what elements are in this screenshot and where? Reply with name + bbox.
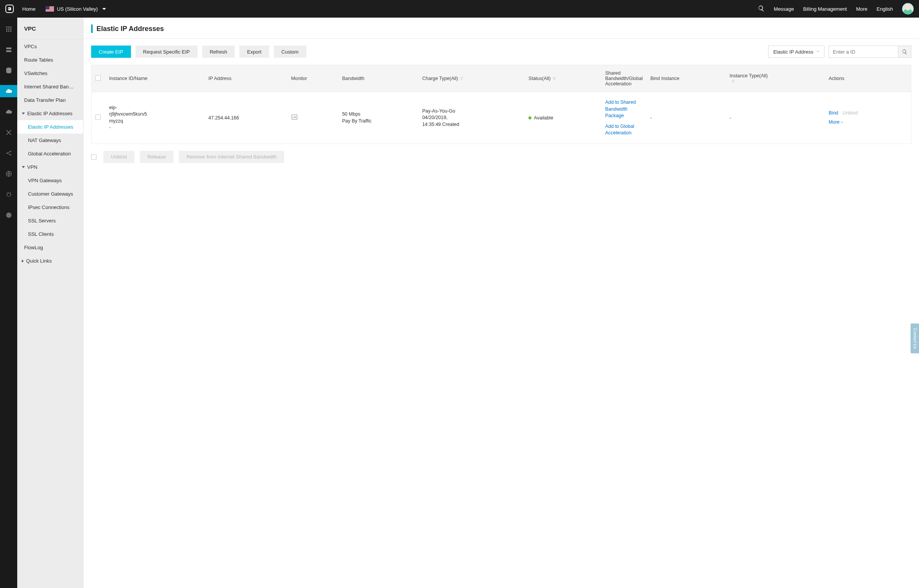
- cell-charge: Pay-As-You-Go 04/20/2019, 14:35:49 Creat…: [419, 92, 525, 144]
- sidebar-title: VPC: [17, 18, 83, 40]
- sidebar-item-ipsec[interactable]: IPsec Connections: [17, 201, 83, 214]
- filter-type-select[interactable]: Elastic IP Address: [768, 46, 824, 58]
- svg-point-2: [10, 154, 11, 155]
- filter-icon[interactable]: [551, 76, 556, 81]
- export-button[interactable]: Export: [239, 46, 269, 58]
- monitor-chart-icon[interactable]: [291, 116, 298, 122]
- cell-monitor[interactable]: [287, 92, 338, 144]
- rail-cross-icon[interactable]: [0, 126, 17, 139]
- table-header-row: Instance ID/Name IP Address Monitor Band…: [92, 65, 911, 92]
- rail-apps-icon[interactable]: [0, 23, 17, 35]
- add-ga-link[interactable]: Add to Global Acceleration: [605, 124, 634, 136]
- cell-shared: Add to Shared Bandwidth Package Add to G…: [601, 92, 646, 144]
- sidebar-item-eip[interactable]: Elastic IP Addresses: [17, 120, 83, 134]
- us-flag-icon: [46, 6, 54, 11]
- chevron-down-icon: [816, 49, 820, 55]
- rail-db-icon[interactable]: [0, 64, 17, 77]
- rail-globe-icon[interactable]: [0, 168, 17, 180]
- sidebar-item-ga[interactable]: Global Acceleration: [17, 147, 83, 160]
- cell-instance-id: eip- rj9jhvxcwm5ksrv5 myzzq -: [105, 92, 204, 144]
- sidebar-group-quick-links[interactable]: Quick Links: [17, 254, 83, 268]
- col-bindinst: Bind Instance: [646, 65, 726, 92]
- sidebar-item-data-transfer[interactable]: Data Transfer Plan: [17, 93, 83, 107]
- refresh-button[interactable]: Refresh: [202, 46, 235, 58]
- nav-billing[interactable]: Billing Management: [803, 6, 847, 12]
- sidebar-item-ssl-clients[interactable]: SSL Clients: [17, 227, 83, 241]
- brand-logo-icon[interactable]: [5, 5, 14, 13]
- svg-point-4: [7, 193, 10, 196]
- filter-icon[interactable]: [729, 78, 735, 84]
- request-specific-eip-button[interactable]: Request Specific EIP: [136, 46, 198, 58]
- bulk-select-checkbox[interactable]: [91, 154, 96, 160]
- sidebar-group-eip[interactable]: Elastic IP Addresses: [17, 107, 83, 120]
- main: Elastic IP Addresses Create EIP Request …: [83, 18, 919, 588]
- filter-icon[interactable]: [458, 76, 464, 81]
- chevron-down-icon: [22, 166, 25, 168]
- page-header: Elastic IP Addresses: [83, 18, 919, 39]
- sidebar-item-nat[interactable]: NAT Gateways: [17, 134, 83, 147]
- svg-point-0: [7, 153, 8, 154]
- topbar: Home US (Silicon Valley) Message Billing…: [0, 0, 919, 18]
- search-button[interactable]: [898, 46, 911, 57]
- bulk-remove-button[interactable]: Remove from Internet Shared Bandwidth: [179, 151, 285, 163]
- home-link[interactable]: Home: [22, 6, 36, 12]
- col-ip: IP Address: [204, 65, 287, 92]
- sidebar-group-vpn[interactable]: VPN: [17, 160, 83, 174]
- chevron-down-icon: [840, 119, 844, 125]
- sidebar-item-vpcs[interactable]: VPCs: [17, 40, 83, 53]
- bulk-release-button[interactable]: Release: [140, 151, 173, 163]
- col-actions: Actions: [825, 65, 911, 92]
- svg-point-1: [10, 151, 11, 152]
- sidebar-item-shared-bandwidth[interactable]: Internet Shared Band…: [17, 80, 83, 93]
- table-row: eip- rj9jhvxcwm5ksrv5 myzzq - 47.254.44.…: [92, 92, 911, 144]
- cell-ip: 47.254.44.166: [204, 92, 287, 144]
- chevron-right-icon: [22, 260, 24, 263]
- rail-share-icon[interactable]: [0, 147, 17, 159]
- rail-cloud2-icon[interactable]: [0, 106, 17, 118]
- cell-bandwidth: 50 Mbps Pay By Traffic: [338, 92, 418, 144]
- cell-instance-type: -: [726, 92, 825, 144]
- sidebar-item-vswitches[interactable]: VSwitches: [17, 67, 83, 80]
- sidebar-group-eip-label: Elastic IP Addresses: [27, 111, 72, 116]
- region-selector[interactable]: US (Silicon Valley): [46, 6, 106, 12]
- add-shared-bw-link[interactable]: Add to Shared Bandwidth Package: [605, 100, 636, 118]
- nav-more[interactable]: More: [856, 6, 868, 12]
- sidebar-item-route-tables[interactable]: Route Tables: [17, 53, 83, 67]
- cell-actions: Bind Unbind More: [825, 92, 911, 144]
- cell-status: Available: [525, 92, 601, 144]
- row-checkbox[interactable]: [95, 114, 101, 120]
- action-bind[interactable]: Bind: [829, 110, 838, 116]
- sidebar-item-customer-gateways[interactable]: Customer Gateways: [17, 187, 83, 201]
- chevron-down-icon: [22, 113, 25, 114]
- col-insttype[interactable]: Instance Type(All): [726, 65, 825, 92]
- col-charge[interactable]: Charge Type(All): [419, 65, 525, 92]
- nav-language[interactable]: English: [876, 6, 893, 12]
- status-dot-icon: [528, 116, 531, 119]
- region-label: US (Silicon Valley): [57, 6, 98, 12]
- sidebar-item-ssl-servers[interactable]: SSL Servers: [17, 214, 83, 227]
- custom-button[interactable]: Custom: [274, 46, 306, 58]
- bulk-unbind-button[interactable]: Unbind: [103, 151, 134, 163]
- sidebar-item-flowlog[interactable]: FlowLog: [17, 241, 83, 254]
- search-icon[interactable]: [758, 5, 765, 13]
- col-status[interactable]: Status(All): [525, 65, 601, 92]
- col-instance: Instance ID/Name: [105, 65, 204, 92]
- contact-us-tab[interactable]: Contact Us: [911, 323, 919, 353]
- create-eip-button[interactable]: Create EIP: [91, 46, 131, 58]
- nav-message[interactable]: Message: [774, 6, 794, 12]
- col-shared: Shared Bandwidth/Global Acceleration: [601, 65, 646, 92]
- action-more[interactable]: More: [829, 119, 844, 125]
- cell-bind-instance: -: [646, 92, 726, 144]
- sidebar: VPC VPCs Route Tables VSwitches Internet…: [17, 18, 83, 588]
- rail-server-icon[interactable]: [0, 44, 17, 56]
- rail-cloud-icon[interactable]: [0, 85, 17, 97]
- search-input[interactable]: [829, 46, 898, 57]
- eip-table: Instance ID/Name IP Address Monitor Band…: [91, 65, 911, 144]
- sidebar-item-vpn-gateways[interactable]: VPN Gateways: [17, 174, 83, 187]
- avatar[interactable]: [902, 3, 914, 15]
- select-all-checkbox[interactable]: [95, 75, 101, 81]
- bulk-actions: Unbind Release Remove from Internet Shar…: [83, 144, 919, 170]
- rail-dot-icon[interactable]: [0, 209, 17, 221]
- action-unbind: Unbind: [843, 110, 858, 116]
- rail-bug-icon[interactable]: [0, 188, 17, 201]
